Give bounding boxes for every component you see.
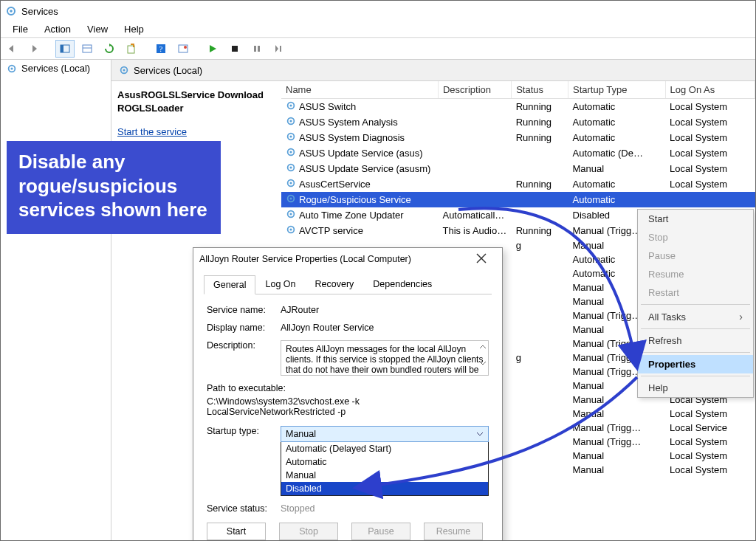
services-icon (119, 65, 129, 75)
tab-general[interactable]: General (204, 275, 255, 294)
table-row[interactable]: Rogue/Suspicious ServiceAutomatic (281, 192, 755, 207)
service-icon (286, 193, 296, 206)
svg-point-30 (289, 182, 292, 184)
nav-forward-button[interactable] (26, 40, 45, 58)
table-row[interactable]: AsusCertServiceRunningAutomaticLocal Sys… (281, 176, 755, 192)
svg-point-34 (289, 213, 292, 215)
svg-point-22 (289, 120, 292, 122)
service-icon (286, 116, 296, 128)
cm-pause[interactable]: Pause (638, 247, 753, 265)
val-display-name: AllJoyn Router Service (281, 323, 489, 333)
col-status[interactable]: Status (512, 81, 568, 99)
col-startup[interactable]: Startup Type (568, 81, 666, 99)
dialog-title: AllJoyn Router Service Properties (Local… (199, 254, 411, 264)
table-header-row: Name Description Status Startup Type Log… (281, 81, 755, 99)
svg-rect-4 (83, 45, 92, 52)
toolbar-pause-service-button[interactable] (247, 40, 267, 58)
menu-view[interactable]: View (80, 22, 115, 36)
toolbar-help-button[interactable]: ? (151, 40, 171, 58)
tree-pane: Services (Local) (1, 60, 111, 540)
chevron-down-icon (479, 360, 487, 366)
svg-point-36 (289, 228, 292, 230)
detail-title: AsusROGLSLService Download ROGLSLoader (117, 89, 275, 115)
lbl-service-status: Service status: (207, 503, 281, 514)
menu-file[interactable]: File (5, 22, 35, 36)
menu-action[interactable]: Action (37, 22, 78, 36)
chevron-down-icon (476, 431, 484, 437)
dlg-stop-button[interactable]: Stop (279, 523, 338, 540)
app-icon (5, 5, 17, 17)
service-icon (286, 178, 296, 190)
table-row[interactable]: ASUS Update Service (asusm)ManualLocal S… (281, 161, 755, 176)
tab-deps[interactable]: Dependencies (363, 275, 441, 294)
service-icon (286, 100, 296, 113)
dlg-pause-button[interactable]: Pause (351, 523, 410, 540)
cm-help[interactable]: Help (638, 379, 753, 397)
menu-bar: File Action View Help (1, 21, 755, 38)
startup-opt-auto-delayed[interactable]: Automatic (Delayed Start) (281, 442, 488, 455)
annotation-text: Disable any rogue/suspicious services sh… (18, 151, 207, 221)
description-box[interactable]: Routes AllJoyn messages for the local Al… (281, 340, 489, 376)
cm-all-tasks[interactable]: All Tasks (638, 307, 753, 326)
menu-help[interactable]: Help (117, 22, 151, 36)
svg-point-28 (289, 166, 292, 168)
table-row[interactable]: ASUS System AnalysisRunningAutomaticLoca… (281, 114, 755, 130)
start-service-link[interactable]: Start the service (117, 125, 275, 139)
toolbar-export-button[interactable] (122, 40, 141, 58)
annotation-callout: Disable any rogue/suspicious services sh… (7, 141, 221, 234)
startup-opt-disabled[interactable]: Disabled (281, 482, 488, 495)
toolbar-props-button[interactable] (78, 40, 97, 58)
right-pane-header: Services (Local) (111, 60, 755, 80)
svg-point-18 (123, 69, 125, 71)
svg-rect-13 (258, 46, 260, 52)
window-title: Services (21, 6, 58, 17)
startup-opt-manual[interactable]: Manual (281, 469, 488, 482)
svg-point-32 (289, 197, 292, 199)
col-name[interactable]: Name (281, 81, 438, 99)
col-desc[interactable]: Description (438, 81, 511, 99)
dialog-close-button[interactable] (467, 252, 496, 267)
svg-point-1 (10, 10, 13, 13)
properties-dialog: AllJoyn Router Service Properties (Local… (193, 247, 503, 541)
dialog-tabs: General Log On Recovery Dependencies (204, 275, 492, 294)
toolbar-details-button[interactable] (55, 40, 75, 58)
cm-properties[interactable]: Properties (638, 355, 753, 373)
startup-type-combo[interactable]: Manual (281, 426, 489, 442)
dlg-resume-button[interactable]: Resume (424, 523, 483, 540)
cm-stop[interactable]: Stop (638, 228, 753, 247)
svg-rect-3 (61, 45, 63, 52)
dlg-start-button[interactable]: Start (207, 523, 266, 540)
window-titlebar: Services (1, 1, 755, 21)
toolbar-restart-service-button[interactable] (269, 40, 289, 58)
tab-logon[interactable]: Log On (255, 275, 305, 294)
table-row[interactable]: ASUS System DiagnosisRunningAutomaticLoc… (281, 130, 755, 145)
svg-point-26 (289, 151, 292, 153)
nav-back-button[interactable] (4, 40, 23, 58)
service-icon (286, 162, 296, 175)
tree-root-label: Services (Local) (21, 63, 90, 74)
cm-resume[interactable]: Resume (638, 265, 753, 283)
tree-root-services[interactable]: Services (Local) (1, 60, 111, 77)
svg-text:?: ? (159, 44, 163, 53)
lbl-path: Path to executable: (207, 383, 489, 393)
lbl-startup-type: Startup type: (207, 426, 281, 436)
cm-refresh[interactable]: Refresh (638, 331, 753, 350)
tab-recovery[interactable]: Recovery (306, 275, 364, 294)
table-row[interactable]: ASUS SwitchRunningAutomaticLocal System (281, 99, 755, 115)
toolbar-stop-service-button[interactable] (225, 40, 244, 58)
table-row[interactable]: ASUS Update Service (asus)Automatic (De…… (281, 145, 755, 161)
cm-start[interactable]: Start (638, 210, 753, 228)
col-logon[interactable]: Log On As (665, 81, 755, 99)
toolbar-misc-button[interactable] (173, 40, 193, 58)
svg-point-20 (289, 104, 292, 106)
toolbar-refresh-button[interactable] (100, 40, 119, 58)
toolbar-start-service-button[interactable] (203, 40, 222, 58)
val-service-name: AJRouter (281, 305, 489, 315)
cm-restart[interactable]: Restart (638, 283, 753, 302)
chevron-up-icon (479, 344, 487, 350)
lbl-description: Description: (207, 340, 281, 376)
description-scroll[interactable] (479, 344, 487, 366)
val-path: C:\Windows\system32\svchost.exe -k Local… (207, 396, 489, 417)
startup-opt-auto[interactable]: Automatic (281, 455, 488, 469)
service-icon (286, 209, 296, 221)
